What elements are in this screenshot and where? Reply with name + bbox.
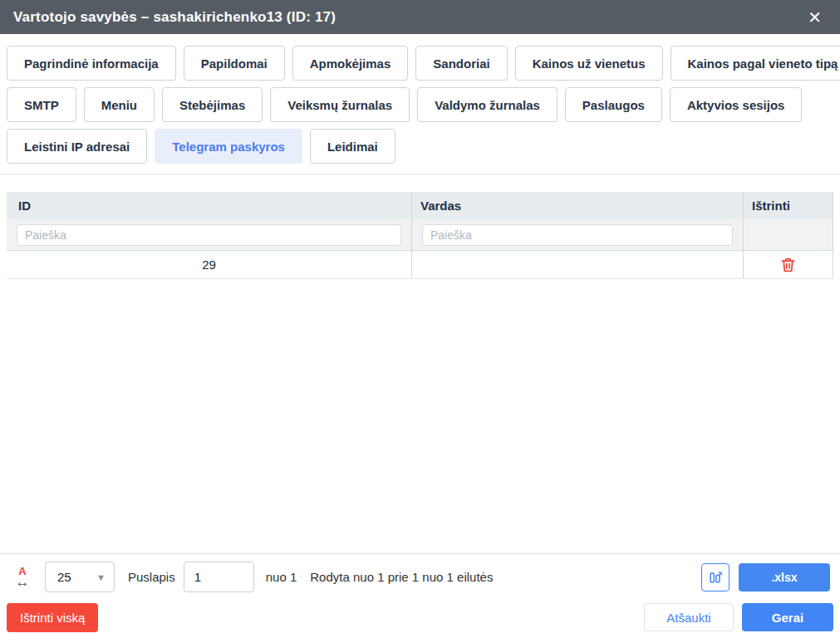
search-cell-id [7, 219, 411, 250]
tab-pagrindine-informacija[interactable]: Pagrindinė informacija [7, 46, 176, 81]
telegram-accounts-table: ID Vardas Ištrinti 29 [7, 192, 833, 279]
close-icon[interactable]: ✕ [803, 6, 827, 29]
tab-papildomai[interactable]: Papildomai [184, 46, 285, 81]
search-input-id[interactable] [17, 224, 401, 246]
ok-button[interactable]: Gerai [742, 603, 833, 631]
tab-aktyvios-sesijos[interactable]: Aktyvios sesijos [670, 87, 803, 122]
cancel-button[interactable]: Atšaukti [644, 603, 734, 631]
cell-delete [743, 251, 833, 278]
tab-apmokejimas[interactable]: Apmokėjimas [292, 46, 409, 81]
tab-kainos-uz-vienetus[interactable]: Kainos už vienetus [515, 46, 663, 81]
search-cell-istrinti [743, 219, 833, 250]
autofit-columns-button[interactable]: A ↔ [12, 567, 33, 587]
tab-stebejimas[interactable]: Stebėjimas [162, 87, 263, 122]
tab-veiksmu-zurnalas[interactable]: Veiksmų žurnalas [270, 87, 410, 122]
page-size-value: 25 [57, 570, 71, 584]
trash-icon [779, 256, 797, 273]
table-row: 29 [7, 251, 833, 279]
tab-leistini-ip-adresai[interactable]: Leistini IP adresai [7, 129, 147, 164]
columns-toggle-icon [707, 569, 724, 586]
tab-sandoriai[interactable]: Sandoriai [415, 46, 507, 81]
page-size-select[interactable]: 25 ▼ [45, 562, 115, 592]
tabs-bar: Pagrindinė informacija Papildomai Apmokė… [0, 34, 840, 170]
table-empty-area [0, 279, 840, 553]
column-header-istrinti: Ištrinti [743, 192, 833, 219]
autofit-arrow-icon: ↔ [16, 577, 30, 587]
search-input-vardas[interactable] [422, 224, 733, 246]
table-header-row: ID Vardas Ištrinti [7, 192, 833, 219]
export-controls: .xlsx [701, 563, 830, 591]
chevron-down-icon: ▼ [96, 572, 106, 582]
column-header-id[interactable]: ID [7, 192, 411, 219]
column-header-vardas[interactable]: Vardas [411, 192, 743, 219]
user-properties-modal: Vartotojo savybės – sashakirichenko13 (I… [0, 0, 840, 643]
modal-actions: Ištrinti viską Atšaukti Gerai [0, 600, 840, 643]
delete-all-button[interactable]: Ištrinti viską [7, 603, 98, 632]
tabs-divider [0, 174, 840, 174]
search-cell-vardas [411, 219, 743, 250]
tab-meniu[interactable]: Meniu [84, 87, 155, 122]
page-label: Puslapis [128, 570, 175, 584]
tab-leidimai[interactable]: Leidimai [310, 129, 395, 164]
page-number-input[interactable] [184, 562, 254, 592]
confirm-buttons: Atšaukti Gerai [644, 603, 833, 631]
cell-vardas [411, 251, 743, 278]
rows-summary: Rodyta nuo 1 prie 1 nuo 1 eilutės [310, 570, 493, 584]
tab-smtp[interactable]: SMTP [7, 87, 76, 122]
tab-row-2: SMTP Meniu Stebėjimas Veiksmų žurnalas V… [7, 87, 833, 122]
tab-row-1: Pagrindinė informacija Papildomai Apmokė… [7, 46, 833, 81]
tab-kainos-pagal-vieneto-tipa[interactable]: Kainos pagal vieneto tipą [671, 46, 840, 81]
tab-valdymo-zurnalas[interactable]: Valdymo žurnalas [417, 87, 558, 122]
delete-row-button[interactable] [778, 254, 798, 275]
table-search-row [7, 219, 833, 251]
pagination-bar: A ↔ 25 ▼ Puslapis nuo 1 Rodyta nuo 1 pri… [0, 553, 840, 600]
modal-header: Vartotojo savybės – sashakirichenko13 (I… [0, 0, 840, 34]
tab-row-3: Leistini IP adresai Telegram paskyros Le… [7, 129, 833, 164]
modal-title: Vartotojo savybės – sashakirichenko13 (I… [13, 9, 336, 26]
tab-telegram-paskyros[interactable]: Telegram paskyros [155, 129, 302, 164]
export-xlsx-button[interactable]: .xlsx [739, 563, 830, 591]
page-of-text: nuo 1 [266, 570, 297, 584]
column-visibility-button[interactable] [701, 563, 729, 591]
cell-id: 29 [7, 251, 411, 278]
tab-paslaugos[interactable]: Paslaugos [565, 87, 662, 122]
